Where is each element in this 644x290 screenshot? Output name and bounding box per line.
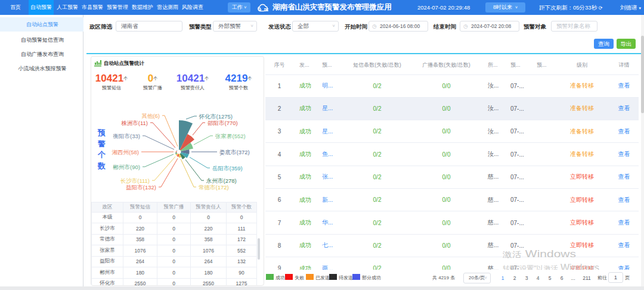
svg-text:株洲市(11): 株洲市(11) — [121, 120, 148, 126]
svg-text:怀化市(1275): 怀化市(1275) — [199, 113, 233, 120]
svg-text:湘西州(58): 湘西州(58) — [112, 149, 139, 155]
svg-text:其他(6): 其他(6) — [141, 113, 160, 119]
svg-text:衡阳市(33): 衡阳市(33) — [113, 133, 140, 139]
svg-text:张家界(552): 张家界(552) — [215, 133, 246, 139]
svg-text:永州市(278): 永州市(278) — [206, 177, 237, 184]
svg-text:邵阳市(770): 邵阳市(770) — [208, 120, 238, 126]
svg-text:娄底市(372): 娄底市(372) — [219, 149, 250, 155]
svg-text:益阳市(132): 益阳市(132) — [126, 184, 156, 191]
svg-text:长沙市(111): 长沙市(111) — [120, 177, 150, 184]
svg-text:郴州市(90): 郴州市(90) — [113, 164, 140, 170]
svg-text:岳阳市(359): 岳阳市(359) — [212, 165, 243, 171]
svg-text:常德市(172): 常德市(172) — [199, 184, 229, 191]
